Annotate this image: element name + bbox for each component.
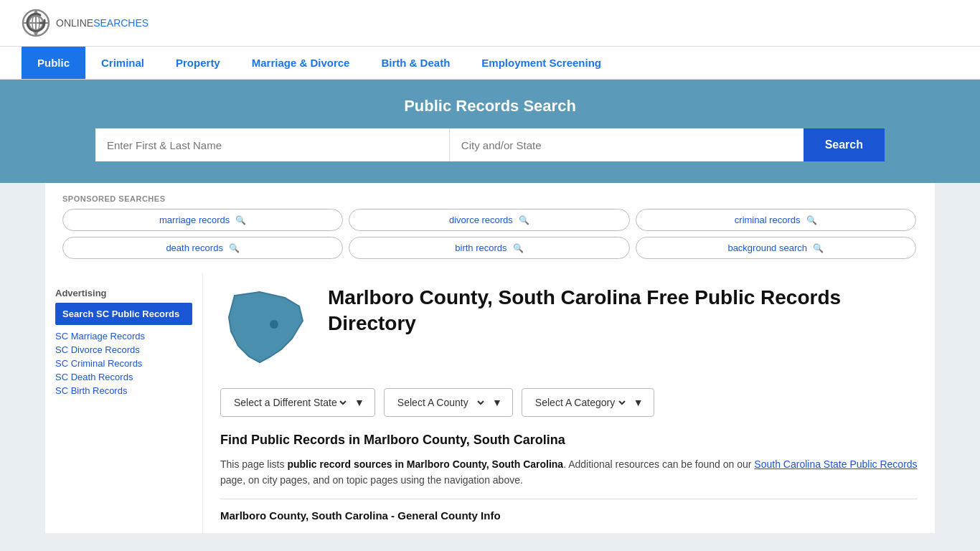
main-container: Advertising Search SC Public Records SC … (45, 273, 935, 533)
search-icon: 🔍 (813, 243, 824, 253)
location-input[interactable] (450, 128, 804, 161)
search-button[interactable]: Search (804, 128, 885, 161)
search-bar: Search (95, 128, 885, 161)
search-tags: marriage records 🔍 divorce records 🔍 cri… (62, 209, 918, 259)
sidebar-links: SC Marriage Records SC Divorce Records S… (55, 331, 192, 396)
content-area: Marlboro County, South Carolina Free Pub… (203, 273, 935, 533)
tag-birth-records[interactable]: birth records 🔍 (349, 237, 629, 259)
county-title: Marlboro County, South Carolina Free Pub… (328, 285, 918, 337)
sidebar-link-birth[interactable]: SC Birth Records (55, 385, 192, 396)
county-dropdown[interactable]: Select A County ▼ (384, 388, 513, 417)
nav-item-public[interactable]: Public (22, 47, 85, 79)
chevron-down-icon: ▼ (354, 397, 364, 408)
chevron-down-icon: ▼ (633, 397, 644, 408)
sponsored-label: SPONSORED SEARCHES (62, 194, 918, 203)
search-icon: 🔍 (806, 215, 817, 225)
logo-text: ONLINESEARCHES (56, 17, 149, 29)
logo[interactable]: ONLINESEARCHES (22, 9, 149, 37)
divider (220, 499, 918, 499)
nav-item-employment[interactable]: Employment Screening (466, 47, 617, 79)
sidebar-link-divorce[interactable]: SC Divorce Records (55, 344, 192, 355)
tag-marriage-records[interactable]: marriage records 🔍 (62, 209, 343, 231)
nav-item-marriage-divorce[interactable]: Marriage & Divorce (236, 47, 366, 79)
main-wrapper: SPONSORED SEARCHES marriage records 🔍 di… (45, 183, 935, 533)
category-dropdown[interactable]: Select A Category ▼ (522, 388, 654, 417)
tag-death-records[interactable]: death records 🔍 (62, 237, 343, 259)
state-select[interactable]: Select a Different State (231, 396, 349, 409)
state-records-link[interactable]: South Carolina State Public Records (754, 458, 917, 470)
header: ONLINESEARCHES (0, 0, 980, 47)
state-dropdown[interactable]: Select a Different State ▼ (220, 388, 375, 417)
logo-icon (22, 9, 50, 37)
sidebar-link-marriage[interactable]: SC Marriage Records (55, 331, 192, 342)
state-map (220, 285, 314, 371)
sidebar: Advertising Search SC Public Records SC … (45, 273, 203, 533)
category-select[interactable]: Select A Category (532, 396, 628, 409)
section-heading: Find Public Records in Marlboro County, … (220, 433, 918, 448)
search-icon: 🔍 (229, 243, 240, 253)
nav-item-criminal[interactable]: Criminal (85, 47, 160, 79)
sidebar-link-criminal[interactable]: SC Criminal Records (55, 358, 192, 369)
search-icon: 🔍 (519, 215, 529, 225)
sidebar-link-death[interactable]: SC Death Records (55, 372, 192, 382)
tag-background-search[interactable]: background search 🔍 (636, 237, 916, 259)
search-icon: 🔍 (235, 215, 246, 225)
sidebar-ad-title: Advertising (55, 288, 192, 298)
description-text: This page lists public record sources in… (220, 456, 918, 489)
search-section: Public Records Search Search (0, 80, 980, 183)
nav-item-property[interactable]: Property (160, 47, 236, 79)
chevron-down-icon: ▼ (492, 397, 502, 408)
dropdowns-row: Select a Different State ▼ Select A Coun… (220, 388, 918, 417)
county-select[interactable]: Select A County (395, 396, 486, 409)
sponsored-section: SPONSORED SEARCHES marriage records 🔍 di… (45, 183, 935, 259)
nav-item-birth-death[interactable]: Birth & Death (365, 47, 466, 79)
sidebar-featured-link[interactable]: Search SC Public Records (55, 303, 192, 325)
general-info-title: Marlboro County, South Carolina - Genera… (220, 509, 918, 522)
tag-divorce-records[interactable]: divorce records 🔍 (349, 209, 629, 231)
search-section-title: Public Records Search (22, 97, 958, 116)
search-icon: 🔍 (513, 243, 524, 253)
svg-point-4 (270, 320, 278, 329)
county-header: Marlboro County, South Carolina Free Pub… (220, 285, 918, 371)
name-input[interactable] (95, 128, 450, 161)
main-nav: Public Criminal Property Marriage & Divo… (0, 47, 980, 80)
tag-criminal-records[interactable]: criminal records 🔍 (636, 209, 916, 231)
